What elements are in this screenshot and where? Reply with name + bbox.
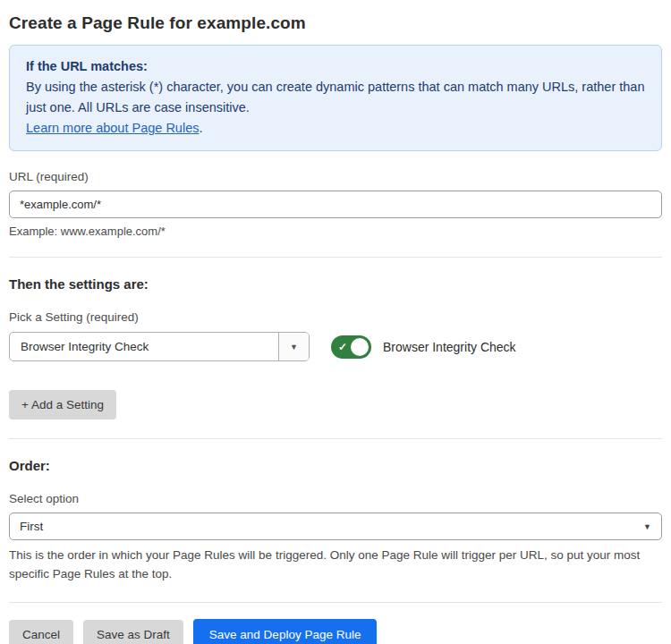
page-rule-form: Create a Page Rule for example.com If th… xyxy=(0,13,671,644)
divider xyxy=(9,257,662,258)
divider xyxy=(9,602,662,603)
url-field-label: URL (required) xyxy=(9,170,662,183)
url-input[interactable] xyxy=(9,191,662,218)
save-and-deploy-button[interactable]: Save and Deploy Page Rule xyxy=(193,619,378,644)
chevron-down-icon[interactable]: ▼ xyxy=(278,333,309,360)
settings-section-heading: Then the settings are: xyxy=(9,276,662,292)
setting-row: Browser Integrity Check ▼ ✓ Browser Inte… xyxy=(9,332,662,361)
order-helper-text: This is the order in which your Page Rul… xyxy=(9,546,662,583)
info-box-heading: If the URL matches: xyxy=(26,56,645,77)
url-match-info-box: If the URL matches: By using the asteris… xyxy=(9,45,662,151)
divider xyxy=(9,438,662,439)
cancel-button[interactable]: Cancel xyxy=(9,620,73,644)
chevron-down-icon: ▼ xyxy=(643,522,651,531)
footer-actions: Cancel Save as Draft Save and Deploy Pag… xyxy=(9,619,662,644)
info-box-body: By using the asterisk (*) character, you… xyxy=(26,77,645,139)
save-as-draft-button[interactable]: Save as Draft xyxy=(83,620,183,644)
learn-more-link[interactable]: Learn more about Page Rules xyxy=(26,121,199,135)
toggle-knob xyxy=(351,338,369,356)
setting-toggle[interactable]: ✓ xyxy=(331,335,371,359)
order-section-heading: Order: xyxy=(9,458,662,473)
check-icon: ✓ xyxy=(338,342,347,352)
order-select-label: Select option xyxy=(9,492,662,505)
pick-setting-label: Pick a Setting (required) xyxy=(9,310,662,324)
setting-select-value: Browser Integrity Check xyxy=(10,333,278,360)
order-select-value: First xyxy=(20,520,643,533)
order-select[interactable]: First ▼ xyxy=(9,513,662,540)
add-setting-button[interactable]: + Add a Setting xyxy=(9,390,116,419)
page-title: Create a Page Rule for example.com xyxy=(9,13,662,33)
link-period: . xyxy=(199,121,202,135)
url-example-helper: Example: www.example.com/* xyxy=(9,225,662,238)
toggle-label: Browser Integrity Check xyxy=(383,340,516,354)
setting-select[interactable]: Browser Integrity Check ▼ xyxy=(9,332,310,361)
